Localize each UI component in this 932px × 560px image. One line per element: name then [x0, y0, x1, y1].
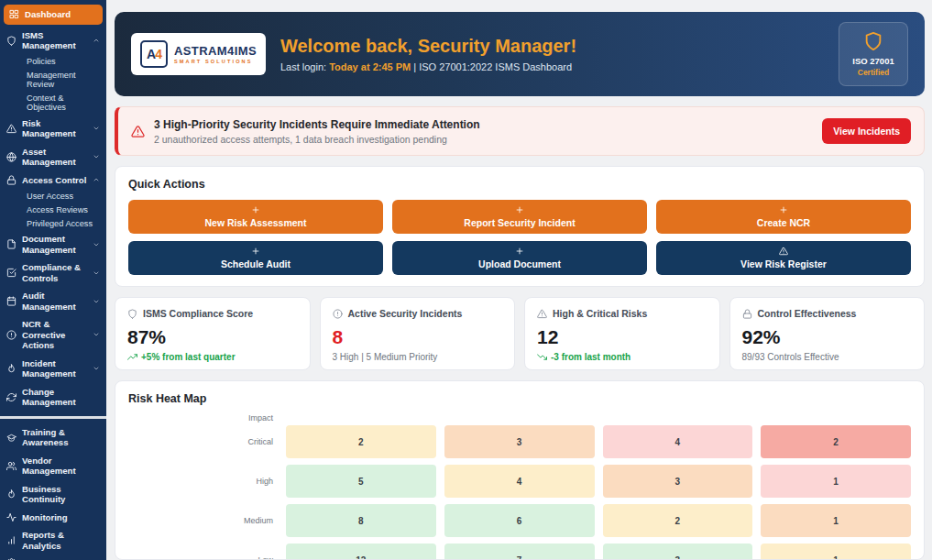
sidebar-item-document-management[interactable]: Document Management	[0, 230, 106, 258]
view-risk-register-button[interactable]: View Risk Register	[656, 241, 911, 275]
quick-actions-title: Quick Actions	[128, 178, 911, 191]
heatmap-cell: 3	[603, 465, 753, 498]
sidebar-item-label: NCR & Corrective Actions	[22, 319, 87, 351]
trending-down-icon	[537, 352, 547, 362]
sidebar-item-label: ISMS Management	[22, 30, 87, 51]
last-login-value: Today at 2:45 PM	[329, 61, 411, 72]
sidebar-item-dashboard[interactable]: Dashboard	[4, 5, 103, 25]
sidebar-item-settings[interactable]: Settings	[0, 555, 106, 560]
chevron-up-icon	[93, 37, 100, 44]
chevron-down-icon	[93, 241, 100, 248]
quick-actions-panel: Quick Actions New Risk AssessmentReport …	[115, 166, 925, 287]
schedule-audit-button[interactable]: Schedule Audit	[128, 241, 383, 275]
heatmap-cell: 1	[761, 544, 911, 560]
sidebar-item-business-continuity[interactable]: Business Continuity	[0, 480, 106, 509]
sidebar-subitem-access-reviews[interactable]: Access Reviews	[0, 203, 106, 216]
heatmap-header-row: Impact	[128, 413, 911, 423]
company-logo: A4 ASTRAM4IMS SMART SOLUTIONS	[131, 33, 266, 75]
sidebar-item-vendor-management[interactable]: Vendor Management	[0, 452, 106, 480]
stats-row: ISMS Compliance Score87%+5% from last qu…	[115, 297, 925, 370]
shield-icon	[6, 36, 16, 46]
sidebar-item-isms-management[interactable]: ISMS Management	[0, 27, 106, 55]
flame-icon	[6, 489, 16, 500]
sidebar-item-compliance-controls[interactable]: Compliance & Controls	[0, 258, 106, 287]
heatmap-cell: 3	[444, 425, 595, 458]
chevron-down-icon	[93, 269, 100, 277]
stat-value: 87%	[127, 326, 298, 348]
create-ncr-button[interactable]: Create NCR	[656, 200, 911, 234]
sidebar-subitem-privileged-access[interactable]: Privileged Access	[0, 216, 106, 230]
trending-up-icon	[127, 352, 137, 362]
sidebar-item-label: Access Control	[22, 175, 87, 186]
chevron-down-icon	[93, 153, 100, 160]
sidebar-item-asset-management[interactable]: Asset Management	[0, 143, 106, 171]
stat-card-control-effectiveness: Control Effectiveness92%89/93 Controls E…	[729, 297, 926, 370]
heatmap-cell: 2	[286, 425, 436, 458]
alert-triangle-icon	[779, 247, 788, 256]
iso-badge-subtitle: Certified	[845, 68, 902, 77]
heatmap-row-label: Medium	[128, 516, 286, 525]
stat-card-isms-compliance-score: ISMS Compliance Score87%+5% from last qu…	[115, 297, 311, 370]
sidebar-item-label: Vendor Management	[22, 456, 100, 477]
file-icon	[6, 239, 16, 249]
sidebar-item-label: Reports & Analytics	[22, 530, 100, 551]
stat-subtitle: 89/93 Controls Effective	[742, 352, 913, 362]
heatmap-cell: 7	[444, 544, 595, 560]
sidebar-divider	[0, 416, 106, 419]
iso-certified-badge: ISO 27001 Certified	[839, 22, 908, 86]
alert-triangle-icon	[131, 125, 145, 138]
plus-icon	[251, 205, 260, 214]
stat-card-high-critical-risks: High & Critical Risks12-3 from last mont…	[524, 297, 720, 370]
sidebar-subitem-policies[interactable]: Policies	[0, 55, 106, 69]
alert-title: 3 High-Priority Security Incidents Requi…	[154, 118, 480, 131]
upload-document-button[interactable]: Upload Document	[392, 241, 647, 275]
sidebar-item-training-awareness[interactable]: Training & Awareness	[0, 423, 106, 452]
stat-subtitle: +5% from last quarter	[127, 352, 298, 362]
last-login-line: Last login: Today at 2:45 PM | ISO 27001…	[280, 61, 824, 72]
stat-title: Control Effectiveness	[758, 308, 857, 319]
main-content: A4 ASTRAM4IMS SMART SOLUTIONS Welcome ba…	[106, 0, 932, 560]
sidebar-item-risk-management[interactable]: Risk Management	[0, 115, 106, 143]
view-incidents-button[interactable]: View Incidents	[822, 118, 911, 144]
new-risk-assessment-button[interactable]: New Risk Assessment	[128, 200, 383, 234]
sidebar-subitem-user-access[interactable]: User Access	[0, 189, 106, 203]
sidebar-item-label: Dashboard	[25, 9, 97, 20]
sidebar-item-reports-analytics[interactable]: Reports & Analytics	[0, 526, 106, 555]
bar-chart-icon	[6, 535, 16, 545]
sidebar-item-ncr-corrective-actions[interactable]: NCR & Corrective Actions	[0, 315, 106, 355]
sidebar-subitem-management-review[interactable]: Management Review	[0, 69, 106, 92]
sidebar-item-label: Asset Management	[22, 147, 87, 168]
sidebar-item-label: Monitoring	[22, 512, 100, 523]
sidebar-item-label: Business Continuity	[22, 484, 100, 505]
page-title: Welcome back, Security Manager!	[280, 36, 824, 57]
sidebar-item-label: Training & Awareness	[22, 427, 100, 448]
incident-alert-banner: 3 High-Priority Security Incidents Requi…	[115, 106, 925, 156]
stat-value: 92%	[742, 326, 913, 348]
heatmap-cell: 5	[286, 465, 436, 498]
alert-circle-icon	[6, 330, 16, 340]
alert-triangle-icon	[537, 309, 547, 319]
sidebar-subitem-context-objectives[interactable]: Context & Objectives	[0, 92, 106, 115]
sidebar-item-access-control[interactable]: Access Control	[0, 171, 106, 190]
stat-card-active-security-incidents: Active Security Incidents83 High | 5 Med…	[320, 297, 516, 370]
stat-value: 8	[333, 326, 503, 348]
sidebar-item-audit-management[interactable]: Audit Management	[0, 287, 106, 315]
logo-mark-icon: A4	[140, 40, 168, 68]
alert-triangle-icon	[131, 125, 145, 138]
sidebar-item-label: Document Management	[22, 234, 87, 255]
shield-icon	[845, 31, 902, 51]
quick-action-label: New Risk Assessment	[204, 217, 306, 228]
stat-subtitle: 3 High | 5 Medium Priority	[333, 352, 503, 362]
report-security-incident-button[interactable]: Report Security Incident	[392, 200, 647, 234]
sidebar-item-change-management[interactable]: Change Management	[0, 383, 106, 412]
quick-action-label: View Risk Register	[740, 258, 827, 269]
chevron-down-icon	[93, 298, 100, 305]
globe-icon	[6, 152, 16, 162]
sidebar-item-incident-management[interactable]: Incident Management	[0, 355, 106, 383]
check-square-icon	[6, 268, 16, 278]
sidebar-item-monitoring[interactable]: Monitoring	[0, 509, 106, 527]
graduation-cap-icon	[6, 433, 16, 443]
welcome-banner: A4 ASTRAM4IMS SMART SOLUTIONS Welcome ba…	[115, 12, 925, 96]
stat-value: 12	[537, 326, 707, 348]
sidebar-item-label: Compliance & Controls	[22, 262, 87, 283]
